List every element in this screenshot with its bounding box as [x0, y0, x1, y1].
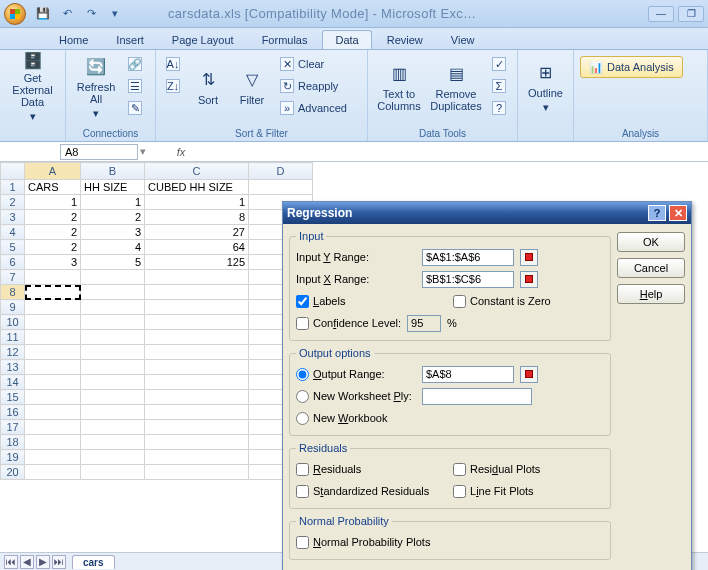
sort-button[interactable]: ⇅ Sort: [188, 54, 228, 120]
cell-C4[interactable]: 27: [145, 225, 249, 240]
cell-A20[interactable]: [25, 465, 81, 480]
confidence-input[interactable]: [407, 315, 441, 332]
cell-A14[interactable]: [25, 375, 81, 390]
col-header-D[interactable]: D: [249, 163, 313, 180]
row-header-14[interactable]: 14: [1, 375, 25, 390]
qat-dropdown-icon[interactable]: ▾: [106, 5, 124, 23]
cell-A6[interactable]: 3: [25, 255, 81, 270]
row-header-19[interactable]: 19: [1, 450, 25, 465]
name-box-dropdown-icon[interactable]: ▾: [140, 145, 152, 158]
std-residuals-checkbox[interactable]: [296, 485, 309, 498]
cell-A7[interactable]: [25, 270, 81, 285]
y-range-ref-button[interactable]: [520, 249, 538, 266]
row-header-6[interactable]: 6: [1, 255, 25, 270]
office-button[interactable]: [4, 3, 26, 25]
constant-zero-checkbox[interactable]: [453, 295, 466, 308]
advanced-button[interactable]: »Advanced: [276, 98, 351, 118]
sheet-nav-last-icon[interactable]: ⏭: [52, 555, 66, 569]
cell-B5[interactable]: 4: [81, 240, 145, 255]
help-button[interactable]: Help: [617, 284, 685, 304]
redo-icon[interactable]: ↷: [82, 5, 100, 23]
cell-B13[interactable]: [81, 360, 145, 375]
row-header-11[interactable]: 11: [1, 330, 25, 345]
dialog-titlebar[interactable]: Regression ? ✕: [283, 202, 691, 224]
grid[interactable]: ABCD1CARSHH SIZECUBED HH SIZE21113228423…: [0, 162, 313, 480]
cell-C13[interactable]: [145, 360, 249, 375]
sheet-nav-first-icon[interactable]: ⏮: [4, 555, 18, 569]
y-range-input[interactable]: [422, 249, 514, 266]
cell-C17[interactable]: [145, 420, 249, 435]
data-validation-button[interactable]: ✓: [488, 54, 510, 74]
row-header-5[interactable]: 5: [1, 240, 25, 255]
cell-B3[interactable]: 2: [81, 210, 145, 225]
cell-B2[interactable]: 1: [81, 195, 145, 210]
tab-formulas[interactable]: Formulas: [249, 30, 321, 49]
cell-B17[interactable]: [81, 420, 145, 435]
save-icon[interactable]: 💾: [34, 5, 52, 23]
row-header-9[interactable]: 9: [1, 300, 25, 315]
line-fit-plots-checkbox[interactable]: [453, 485, 466, 498]
cell-A4[interactable]: 2: [25, 225, 81, 240]
ok-button[interactable]: OK: [617, 232, 685, 252]
data-analysis-button[interactable]: 📊 Data Analysis: [580, 56, 683, 78]
fx-icon[interactable]: fx: [172, 146, 190, 158]
tab-review[interactable]: Review: [374, 30, 436, 49]
cell-A12[interactable]: [25, 345, 81, 360]
cell-B16[interactable]: [81, 405, 145, 420]
cell-C8[interactable]: [145, 285, 249, 300]
row-header-17[interactable]: 17: [1, 420, 25, 435]
new-worksheet-input[interactable]: [422, 388, 532, 405]
minimize-button[interactable]: —: [648, 6, 674, 22]
row-header-16[interactable]: 16: [1, 405, 25, 420]
cell-C2[interactable]: 1: [145, 195, 249, 210]
undo-icon[interactable]: ↶: [58, 5, 76, 23]
sheet-nav-next-icon[interactable]: ▶: [36, 555, 50, 569]
row-header-2[interactable]: 2: [1, 195, 25, 210]
dialog-help-icon[interactable]: ?: [648, 205, 666, 221]
cell-B6[interactable]: 5: [81, 255, 145, 270]
cell-B20[interactable]: [81, 465, 145, 480]
cell-A10[interactable]: [25, 315, 81, 330]
cell-B19[interactable]: [81, 450, 145, 465]
cell-C14[interactable]: [145, 375, 249, 390]
cell-A16[interactable]: [25, 405, 81, 420]
normal-prob-checkbox[interactable]: [296, 536, 309, 549]
cell-B14[interactable]: [81, 375, 145, 390]
connections-button[interactable]: 🔗: [124, 54, 146, 74]
cell-B8[interactable]: [81, 285, 145, 300]
cell-A15[interactable]: [25, 390, 81, 405]
tab-view[interactable]: View: [438, 30, 488, 49]
row-header-20[interactable]: 20: [1, 465, 25, 480]
reapply-button[interactable]: ↻Reapply: [276, 76, 351, 96]
cell-B11[interactable]: [81, 330, 145, 345]
cell-A13[interactable]: [25, 360, 81, 375]
consolidate-button[interactable]: Σ: [488, 76, 510, 96]
name-box[interactable]: [60, 144, 138, 160]
cell-A19[interactable]: [25, 450, 81, 465]
cell-B10[interactable]: [81, 315, 145, 330]
cell-C9[interactable]: [145, 300, 249, 315]
row-header-15[interactable]: 15: [1, 390, 25, 405]
residuals-checkbox[interactable]: [296, 463, 309, 476]
properties-button[interactable]: ☰: [124, 76, 146, 96]
cell-B1[interactable]: HH SIZE: [81, 180, 145, 195]
output-range-ref-button[interactable]: [520, 366, 538, 383]
cell-B15[interactable]: [81, 390, 145, 405]
cell-C7[interactable]: [145, 270, 249, 285]
output-range-input[interactable]: [422, 366, 514, 383]
row-header-18[interactable]: 18: [1, 435, 25, 450]
confidence-checkbox[interactable]: [296, 317, 309, 330]
cell-A1[interactable]: CARS: [25, 180, 81, 195]
cell-A17[interactable]: [25, 420, 81, 435]
labels-checkbox[interactable]: [296, 295, 309, 308]
row-header-1[interactable]: 1: [1, 180, 25, 195]
cell-B4[interactable]: 3: [81, 225, 145, 240]
row-header-7[interactable]: 7: [1, 270, 25, 285]
cancel-button[interactable]: Cancel: [617, 258, 685, 278]
outline-button[interactable]: ⊞ Outline ▾: [524, 54, 567, 120]
row-header-13[interactable]: 13: [1, 360, 25, 375]
cell-C16[interactable]: [145, 405, 249, 420]
cell-B12[interactable]: [81, 345, 145, 360]
cell-C15[interactable]: [145, 390, 249, 405]
cell-C18[interactable]: [145, 435, 249, 450]
